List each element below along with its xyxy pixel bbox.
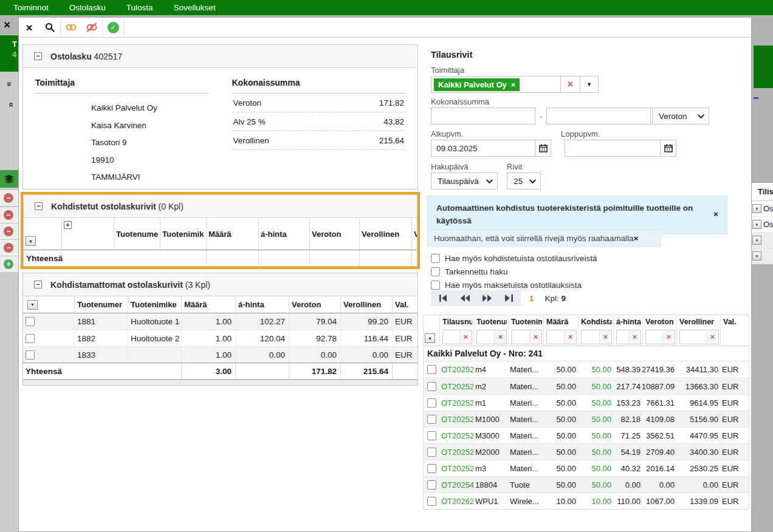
supplier-filter-input[interactable]: Kaikki Palvelut Oy× [431, 76, 561, 93]
sum-max-input[interactable] [546, 107, 651, 124]
order-line-row[interactable]: OT20252M2000Materi...50.0050.0054.192709… [424, 443, 749, 460]
order-number-link[interactable]: OT20252 [439, 444, 473, 460]
column-header[interactable]: Tuotenim× [508, 315, 543, 346]
column-menu-button[interactable]: ▼ [26, 236, 36, 246]
column-header[interactable]: Määrä [206, 218, 258, 250]
order-line-row[interactable]: OT20252m4Materi...50.0050.00548.3927419.… [424, 361, 749, 378]
filter-clear-icon[interactable]: × [495, 330, 506, 344]
column-header[interactable]: Tuotenumer [74, 296, 128, 313]
menu-item-ostolasku[interactable]: Ostolasku [69, 3, 106, 12]
filter-clear-icon[interactable]: × [629, 330, 641, 344]
notice-close-icon[interactable]: × [707, 208, 718, 221]
column-header[interactable]: Veroton [309, 218, 359, 250]
table-row[interactable]: 1882Huoltotuote 21.00120.0492.78116.44EU… [23, 330, 417, 346]
column-header[interactable]: Verollinen [359, 218, 411, 250]
order-number-link[interactable]: OT20252 [439, 428, 473, 443]
column-header[interactable]: á-hinta [235, 296, 289, 313]
column-header[interactable]: Tuotenimike [128, 296, 181, 313]
order-line-row[interactable]: OT20252M3000Materi...50.0050.0071.253562… [424, 427, 749, 443]
menu-item-toiminnot[interactable]: Toiminnot [13, 3, 49, 12]
column-menu-button[interactable]: ▼ [27, 300, 38, 310]
column-header[interactable]: á-hinta [258, 218, 309, 250]
column-header[interactable]: Kohdistar× [578, 315, 613, 346]
row-checkbox[interactable] [427, 382, 436, 391]
order-line-row[interactable]: OT20252m3Materi...50.0050.0040.322016.14… [424, 460, 749, 476]
end-date-input[interactable] [565, 140, 661, 157]
column-header[interactable]: Veroton× [642, 315, 676, 346]
notice-close-icon[interactable]: × [634, 234, 639, 243]
column-menu-button[interactable]: ▼ [425, 333, 435, 343]
background-close-icon[interactable]: × [4, 17, 10, 33]
rows-select[interactable]: 25 [507, 172, 541, 189]
next-page-button[interactable] [477, 292, 496, 305]
column-header[interactable]: Verolliner× [676, 315, 720, 346]
order-line-row[interactable]: OT20252m1Materi...50.0050.00153.237661.3… [424, 394, 749, 411]
filter-input[interactable] [582, 330, 600, 344]
unlink-button[interactable] [81, 18, 102, 37]
start-date-calendar-button[interactable] [535, 140, 551, 157]
row-checkbox[interactable] [427, 415, 436, 424]
row-checkbox[interactable] [26, 317, 35, 326]
supplier-dropdown-button[interactable]: ▼ [580, 76, 599, 93]
chip-remove-icon[interactable]: × [511, 80, 516, 89]
filter-clear-icon[interactable]: × [565, 330, 576, 344]
order-number-link[interactable]: OT20262 [439, 493, 473, 509]
row-checkbox[interactable] [427, 497, 436, 506]
filter-clear-icon[interactable]: × [600, 330, 611, 344]
menu-item-tulosta[interactable]: Tulosta [126, 3, 153, 12]
chevron-double-up-icon[interactable]: » [5, 100, 15, 111]
menu-item-sovellukset[interactable]: Sovellukset [174, 3, 216, 12]
row-checkbox[interactable] [427, 398, 436, 408]
confirm-button[interactable]: ✓ [103, 18, 123, 37]
start-date-input[interactable]: 09.03.2025 [431, 140, 535, 157]
filter-input[interactable] [477, 330, 495, 344]
order-line-row[interactable]: OT2025418804Tuote50.0050.000.000.000.00E… [424, 476, 749, 493]
table-row[interactable]: 18331.000.000.000.00EUR [23, 346, 417, 363]
first-page-button[interactable] [433, 292, 453, 305]
column-header[interactable]: Tilausnun× [439, 315, 473, 346]
row-checkbox[interactable] [427, 448, 436, 457]
column-header[interactable]: Val. [411, 218, 417, 250]
row-checkbox[interactable] [427, 431, 436, 440]
order-number-link[interactable]: OT20254 [439, 477, 473, 493]
search-date-select[interactable]: Tilauspäivä [431, 172, 498, 189]
prev-page-button[interactable] [455, 292, 475, 305]
row-checkbox[interactable] [427, 365, 436, 374]
order-line-row[interactable]: OT20262WPU1Wirele...10.0010.00110.001067… [424, 493, 749, 509]
combo-button[interactable]: ▼ [752, 251, 761, 261]
filter-clear-icon[interactable]: × [707, 330, 718, 344]
chevron-double-down-icon[interactable]: » [5, 78, 15, 89]
column-header[interactable]: Tuotenun× [473, 315, 508, 346]
tax-mode-select[interactable]: Veroton [652, 107, 709, 124]
table-row[interactable]: 1881Huoltotuote 11.00102.2779.0499.20EUR [23, 313, 417, 330]
combo-button[interactable]: ▼ [752, 236, 761, 245]
layers-icon[interactable] [0, 170, 18, 188]
horizontal-scrollbar[interactable] [22, 380, 418, 386]
filter-input[interactable] [547, 330, 565, 344]
option-checkbox[interactable] [431, 267, 440, 276]
current-page[interactable]: 1 [529, 294, 534, 303]
collapse-icon[interactable]: − [34, 52, 42, 60]
column-header[interactable]: Val. [720, 315, 749, 346]
remove-row-icon[interactable]: − [0, 189, 18, 206]
combo-button[interactable]: ▼ [752, 220, 761, 229]
column-header[interactable]: Tuotenimik [160, 218, 206, 250]
column-header[interactable]: Val. [392, 296, 417, 313]
collapse-icon[interactable]: − [34, 281, 42, 288]
filter-input[interactable] [512, 330, 530, 344]
order-number-link[interactable]: OT20252 [439, 378, 473, 394]
close-button[interactable]: × [19, 18, 40, 37]
order-number-link[interactable]: OT20252 [439, 460, 473, 476]
row-checkbox[interactable] [26, 334, 35, 343]
column-header[interactable]: Veroton [289, 296, 340, 313]
filter-clear-icon[interactable]: × [663, 330, 675, 344]
row-checkbox[interactable] [427, 480, 436, 489]
order-line-row[interactable]: OT20252M1000Materi...50.0050.0082.184109… [424, 411, 749, 427]
column-header[interactable]: Tuotenume [114, 218, 160, 250]
filter-clear-icon[interactable]: × [530, 330, 541, 344]
expand-all-icon[interactable]: + [64, 221, 72, 229]
filter-input[interactable] [443, 330, 460, 344]
option-checkbox[interactable] [431, 281, 440, 290]
search-button[interactable] [40, 18, 60, 37]
filter-clear-icon[interactable]: × [460, 330, 472, 344]
